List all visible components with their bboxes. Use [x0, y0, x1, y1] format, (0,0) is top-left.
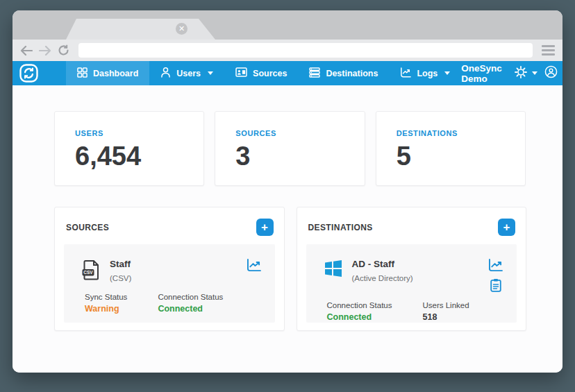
server-icon [309, 67, 320, 80]
chevron-down-icon [444, 71, 450, 75]
sources-panel: SOURCES + CSV [54, 207, 285, 331]
svg-text:CSV: CSV [83, 270, 93, 275]
browser-tab[interactable]: ✕ [66, 19, 215, 40]
stat-label: USERS [75, 129, 203, 137]
chevron-down-icon [208, 71, 213, 75]
user-icon [160, 67, 171, 80]
gear-icon [515, 66, 527, 81]
avatar-icon [544, 65, 558, 81]
csv-file-icon: CSV [82, 259, 101, 284]
back-icon[interactable] [20, 46, 33, 56]
sources-panel-title: SOURCES [66, 223, 109, 232]
chart-line-icon [400, 67, 411, 80]
add-destination-button[interactable]: + [498, 219, 515, 236]
nav-item-logs[interactable]: Logs [389, 61, 461, 85]
destination-name: AD - Staff [352, 259, 413, 269]
field-label: Sync Status [85, 293, 127, 301]
dashboard-grid-icon [77, 67, 88, 80]
account-name: OneSync Demo [461, 63, 502, 84]
stat-card-destinations[interactable]: DESTINATIONS 5 [376, 111, 526, 186]
destination-stats-icon[interactable] [488, 259, 503, 272]
nav-item-destinations[interactable]: Destinations [298, 61, 389, 85]
field-label: Users Linked [422, 301, 469, 309]
browser-titlebar: ✕ [12, 10, 562, 40]
stat-value: 3 [235, 143, 364, 169]
connection-status-value: Connected [158, 304, 223, 314]
source-item-staff[interactable]: CSV Staff (CSV) [64, 244, 275, 323]
add-source-button[interactable]: + [256, 219, 274, 236]
destination-type: (Active Directory) [352, 274, 413, 282]
tab-close-icon[interactable]: ✕ [176, 23, 188, 35]
user-menu[interactable] [544, 65, 562, 81]
id-card-icon [235, 67, 247, 79]
forward-icon[interactable] [39, 46, 51, 56]
dashboard-content: USERS 6,454 SOURCES 3 DESTINATIONS 5 SOU… [12, 85, 562, 373]
field-label: Connection Status [158, 293, 223, 301]
nav-item-users[interactable]: Users [149, 61, 224, 85]
users-linked-value: 518 [422, 312, 469, 322]
app-navbar: Dashboard Users Sources Destinations [12, 61, 562, 85]
nav-item-label: Users [176, 69, 201, 78]
destination-report-icon[interactable] [490, 278, 501, 292]
field-label: Connection Status [327, 301, 392, 309]
browser-toolbar [12, 40, 562, 61]
destinations-panel-title: DESTINATIONS [308, 223, 373, 232]
source-type: (CSV) [110, 274, 131, 282]
source-name: Staff [110, 259, 131, 269]
panels-row: SOURCES + CSV [54, 207, 526, 331]
stat-label: DESTINATIONS [397, 129, 525, 137]
nav-item-label: Sources [253, 69, 287, 78]
stat-value: 6,454 [75, 143, 203, 169]
onesync-logo-icon[interactable] [19, 64, 38, 83]
windows-icon [324, 259, 343, 280]
stat-label: SOURCES [235, 129, 364, 137]
stat-value: 5 [397, 143, 525, 169]
nav-item-label: Dashboard [93, 69, 138, 78]
chevron-down-icon [532, 71, 538, 75]
browser-window: ✕ Dashboar [12, 10, 562, 373]
settings-menu[interactable] [515, 66, 538, 81]
nav-item-label: Logs [417, 69, 438, 78]
destinations-panel: DESTINATIONS + [297, 207, 527, 331]
stat-card-users[interactable]: USERS 6,454 [54, 111, 204, 186]
source-stats-icon[interactable] [247, 259, 261, 272]
nav-item-dashboard[interactable]: Dashboard [66, 61, 149, 85]
sync-status-value: Warning [85, 304, 127, 314]
nav-item-sources[interactable]: Sources [224, 61, 298, 85]
menu-icon[interactable] [542, 45, 555, 56]
connection-status-value: Connected [327, 312, 392, 322]
refresh-icon[interactable] [58, 44, 69, 56]
stat-cards-row: USERS 6,454 SOURCES 3 DESTINATIONS 5 [54, 111, 526, 186]
url-input[interactable] [78, 43, 533, 58]
nav-item-label: Destinations [326, 69, 378, 78]
destination-item-ad-staff[interactable]: AD - Staff (Active Directory) [306, 244, 517, 323]
stat-card-sources[interactable]: SOURCES 3 [215, 111, 365, 186]
